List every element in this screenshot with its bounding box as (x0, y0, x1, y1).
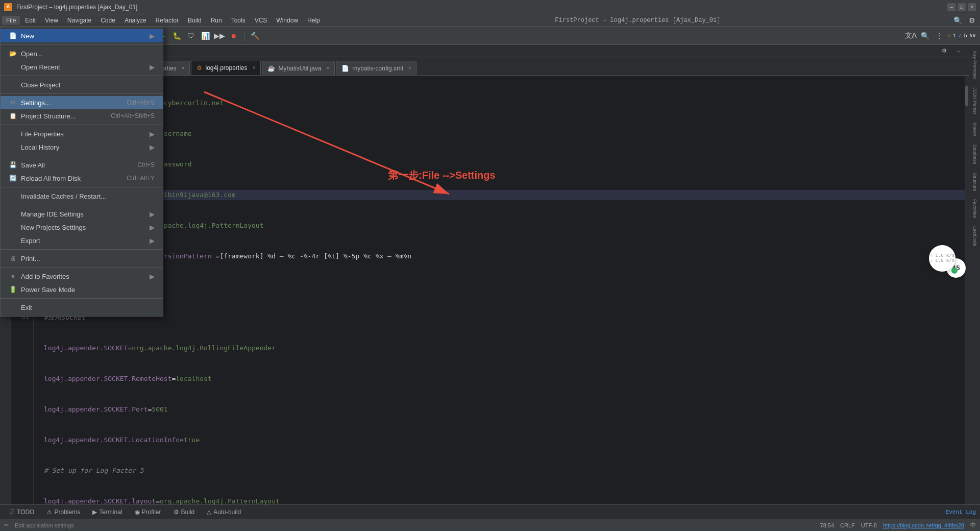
file-menu-invalidate-caches[interactable]: Invalidate Caches / Restart... (1, 189, 163, 203)
bottom-tab-build[interactable]: ⚙ Build (168, 506, 200, 518)
tab-close-mybatis-config[interactable]: × (408, 65, 411, 71)
menu-run[interactable]: Run (207, 16, 226, 25)
toolbar-profile[interactable]: 📊 (199, 30, 211, 42)
file-menu-project-structure[interactable]: 📋 Project Structure... Ctrl+Alt+Shift+S (1, 109, 163, 123)
panel-favorites[interactable]: Favorites (971, 195, 978, 222)
menu-build[interactable]: Build (184, 16, 206, 25)
toolbar-build-run[interactable]: ▶▶ (213, 30, 226, 42)
menu-tools[interactable]: Tools (227, 16, 250, 25)
toolbar-search[interactable]: 🔍 (919, 30, 931, 42)
menu-window[interactable]: Window (272, 16, 302, 25)
toolbar-build[interactable]: 🔨 (249, 30, 261, 42)
bottom-tab-auto-build[interactable]: △ Auto-build (202, 506, 246, 518)
status-lang-zh[interactable]: 中 (970, 521, 976, 529)
manage-ide-label: Manage IDE Settings (21, 210, 141, 218)
minimize-button[interactable]: – (947, 3, 955, 11)
editor-scrollbar[interactable] (965, 76, 969, 504)
file-menu-open-recent[interactable]: Open Recent ▶ (1, 60, 163, 74)
tab-close-log4j[interactable]: × (253, 65, 256, 70)
file-menu-local-history[interactable]: Local History ▶ (1, 140, 163, 154)
panel-leetcode[interactable]: LeetCode (971, 222, 978, 250)
bottom-tab-problems[interactable]: ⚠ Problems (41, 506, 85, 518)
network-widget[interactable]: ↑ 1.0 K/s ↓ 1.0 K/s → (929, 245, 955, 272)
tab-mybatisutil[interactable]: ☕ MybatisUtil.java × (262, 61, 335, 75)
file-menu-new[interactable]: 📄 New ▶ (1, 29, 163, 42)
toolbar-arrows[interactable]: ∧∨ (969, 32, 976, 39)
maximize-button[interactable]: □ (958, 3, 966, 11)
close-project-label: Close Project (21, 81, 155, 89)
file-menu-export[interactable]: Export ▶ (1, 234, 163, 247)
invalidate-label: Invalidate Caches / Restart... (21, 192, 155, 200)
file-menu-add-to-favorites[interactable]: ★ Add to Favorites ▶ (1, 270, 163, 283)
file-props-arrow: ▶ (150, 130, 155, 138)
toolbar-search-everywhere[interactable]: 🔍 (951, 14, 964, 27)
export-icon (9, 236, 17, 245)
status-edit-settings[interactable]: Edit application settings (15, 522, 74, 528)
event-log[interactable]: Event Log (946, 509, 976, 515)
scrollbar-thumb[interactable] (965, 86, 968, 106)
file-menu-power-save[interactable]: 🔋 Power Save Mode (1, 283, 163, 296)
toolbar-translate[interactable]: 文A (904, 30, 917, 42)
new-proj-settings-arrow: ▶ (150, 224, 155, 231)
new-label: New (21, 32, 141, 40)
breadcrumb-settings[interactable]: ⚙ (938, 45, 950, 57)
problems-label: Problems (54, 509, 80, 516)
todo-icon: ☑ (9, 509, 15, 516)
file-menu-exit[interactable]: Exit (1, 301, 163, 314)
toolbar-coverage[interactable]: 🛡 (185, 30, 197, 42)
panel-structure[interactable]: Structure (971, 168, 978, 196)
close-button[interactable]: × (968, 3, 976, 11)
status-charset[interactable]: UTF-8 (861, 522, 877, 528)
save-all-icon: 💾 (9, 161, 17, 169)
toolbar-settings-small[interactable]: ⚙ (966, 14, 978, 27)
panel-database[interactable]: Database (971, 140, 978, 168)
menu-code[interactable]: Code (96, 16, 119, 25)
bottom-tab-profiler[interactable]: ◉ Profiler (130, 506, 166, 518)
file-props-label: File Properties (21, 130, 141, 138)
menu-refactor[interactable]: Refactor (152, 16, 183, 25)
code-area[interactable]: log4j.appender.im.host = mail.cybercorli… (38, 76, 965, 504)
file-menu-file-properties[interactable]: File Properties ▶ (1, 127, 163, 140)
file-menu-reload[interactable]: 🔄 Reload All from Disk Ctrl+Alt+Y (1, 172, 163, 185)
auto-build-icon: △ (207, 509, 211, 516)
menu-file[interactable]: File (2, 16, 20, 25)
tab-icon-mybatis-config: 📄 (341, 65, 349, 72)
panel-maven[interactable]: Maven (971, 118, 978, 140)
proj-struct-icon: 📋 (9, 112, 17, 120)
menu-help[interactable]: Help (303, 16, 324, 25)
local-history-arrow: ▶ (150, 143, 155, 151)
breadcrumb-minimize[interactable]: – (952, 45, 965, 57)
toolbar-more[interactable]: ⋮ (933, 30, 945, 42)
menu-analyze[interactable]: Analyze (120, 16, 151, 25)
file-menu-new-projects-settings[interactable]: New Projects Settings ▶ (1, 221, 163, 234)
toolbar-stop[interactable]: ■ (228, 30, 240, 42)
new-arrow: ▶ (150, 32, 155, 40)
window-controls: – □ × (947, 3, 976, 11)
file-menu-print[interactable]: 🖨 Print... (1, 252, 163, 265)
tab-close-mybatisutil[interactable]: × (326, 65, 329, 71)
menu-view[interactable]: View (41, 16, 62, 25)
menu-navigate[interactable]: Navigate (63, 16, 95, 25)
tab-mybatis-config[interactable]: 📄 mybatis-config.xml × (336, 61, 416, 75)
file-menu-open[interactable]: 📂 Open... (1, 47, 163, 60)
reload-label: Reload All from Disk (21, 175, 122, 182)
panel-json-parser[interactable]: JSON Parser (971, 83, 978, 118)
file-menu-manage-ide-settings[interactable]: Manage IDE Settings ▶ (1, 207, 163, 221)
status-crlf[interactable]: CRLF (840, 522, 855, 528)
status-url[interactable]: https://blog.csdn.net/qq_44tbs28 (883, 522, 964, 528)
file-menu-settings[interactable]: ⚙ Settings... Ctrl+Alt+S (1, 96, 163, 109)
file-menu-save-all[interactable]: 💾 Save All Ctrl+S (1, 158, 163, 172)
bottom-tab-todo[interactable]: ☑ TODO (4, 506, 39, 518)
tab-close-mysql[interactable]: × (182, 65, 185, 71)
net-expand[interactable]: → (951, 268, 958, 274)
bottom-tab-terminal[interactable]: ▶ Terminal (87, 506, 127, 518)
menu-edit[interactable]: Edit (21, 16, 40, 25)
toolbar-debug[interactable]: 🐛 (170, 30, 183, 42)
file-menu-close-project[interactable]: Close Project (1, 78, 163, 91)
menu-vcs[interactable]: VCS (251, 16, 272, 25)
exit-icon (9, 303, 17, 311)
tab-icon-log4j: ⚙ (197, 64, 202, 71)
warning-count: 1 (953, 33, 957, 39)
tab-log4j[interactable]: ⚙ log4j.properties × (191, 61, 261, 75)
panel-key-promoter[interactable]: Key Promoter (971, 47, 978, 83)
